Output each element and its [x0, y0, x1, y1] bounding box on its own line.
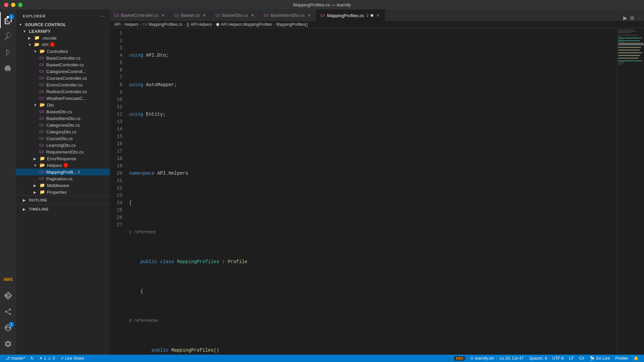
file-categoriesdto[interactable]: C# CategoriesDto.cs: [16, 122, 110, 128]
status-prettier[interactable]: Prettier: [612, 355, 631, 362]
controllers-chevron: ▼: [34, 50, 39, 53]
cs-icon-basecontroller: C#: [39, 55, 44, 61]
breadcrumb-method[interactable]: MappingProfiles(): [276, 22, 308, 27]
tab-label-basket: Basket.cs: [181, 13, 200, 18]
basketitemdto-label: BasketItemDto.cs: [46, 116, 80, 121]
folder-middleware[interactable]: ▶ 📁 Middleware: [16, 182, 110, 189]
properties-label: Properties: [47, 190, 67, 195]
breadcrumb-class[interactable]: API.Helpers.MappingProfiles: [221, 22, 272, 27]
folder-controllers[interactable]: ▼ 📂 Controllers: [16, 48, 110, 55]
status-position[interactable]: Ln 24, Col 47: [497, 355, 526, 362]
tab-close-mappingprofiles[interactable]: ✕: [375, 13, 381, 18]
activity-git[interactable]: [0, 288, 16, 304]
folder-api[interactable]: ▼ 📂 API !: [16, 41, 110, 48]
status-notifications[interactable]: 🔔: [631, 355, 641, 362]
file-basecontroller[interactable]: C# BaseController.cs: [16, 55, 110, 61]
file-coursedto[interactable]: C# CourseDto.cs: [16, 135, 110, 142]
breadcrumb-api[interactable]: API: [114, 22, 120, 27]
status-solution[interactable]: ⊙ learnify.sln: [468, 355, 496, 362]
dto-folder-icon: 📂: [40, 102, 45, 108]
file-pagination[interactable]: C# Pagination.cs: [16, 175, 110, 182]
timeline-header[interactable]: ▶ TIMELINE: [16, 206, 110, 212]
file-mappingprofiles[interactable]: C# MappingProfil... 2: [16, 169, 110, 175]
tab-close-basketcontroller[interactable]: ✕: [160, 13, 166, 18]
file-basketcontroller[interactable]: C# BasketController.cs: [16, 61, 110, 68]
status-spaces[interactable]: Spaces: 4: [526, 355, 549, 362]
maximize-button[interactable]: [18, 3, 22, 7]
breadcrumb-helpers[interactable]: Helpers: [124, 22, 138, 27]
status-language[interactable]: C#: [577, 355, 587, 362]
file-basketitemdto[interactable]: C# BasketItemDto.cs: [16, 115, 110, 122]
activity-settings[interactable]: [0, 336, 16, 352]
window-controls[interactable]: [4, 3, 22, 7]
file-categoriescontroller[interactable]: C# CategoriesControll...: [16, 68, 110, 75]
tab-mappingprofiles[interactable]: C# MappingProfiles.cs 2 ✕: [316, 9, 385, 21]
close-button[interactable]: [4, 3, 8, 7]
activity-extensions[interactable]: [0, 60, 16, 76]
status-golive[interactable]: 📡 Go Live: [587, 355, 612, 362]
file-weatherforecast[interactable]: C# WeatherForecastC...: [16, 95, 110, 102]
file-basketdto[interactable]: C# BasketDto.cs: [16, 108, 110, 115]
properties-chevron: ▶: [34, 190, 39, 194]
tab-basketdto[interactable]: C# BasketDto.cs ✕: [211, 9, 260, 21]
solution-icon: ⊙: [470, 356, 474, 361]
run-icon[interactable]: ▶: [623, 15, 627, 21]
activity-explorer[interactable]: 1: [0, 12, 16, 28]
dto-chevron: ▼: [34, 103, 39, 107]
breadcrumb-namespace[interactable]: API.Helpers: [191, 22, 212, 27]
source-control-header[interactable]: ▼ SOURCE CONTROL: [16, 21, 110, 28]
status-line-endings[interactable]: LF: [567, 355, 577, 362]
folder-dto[interactable]: ▼ 📂 Dto: [16, 102, 110, 108]
errorscontroller-label: ErrorsController.cs: [46, 82, 83, 87]
file-categorydto[interactable]: C# CategoryDto.cs: [16, 128, 110, 135]
status-encoding[interactable]: UTF-8: [550, 355, 567, 362]
folder-errorresponse[interactable]: ▶ 📁 ErrorResponse: [16, 155, 110, 162]
tab-basket[interactable]: C# Basket.cs ✕: [170, 9, 211, 21]
more-actions-icon[interactable]: ···: [637, 15, 641, 21]
activity-account[interactable]: 1: [0, 320, 16, 336]
tab-close-basketdto[interactable]: ✕: [250, 13, 255, 18]
status-sync[interactable]: ↻: [28, 355, 37, 362]
activity-bar: 1 AWS 1: [0, 9, 16, 355]
status-errors[interactable]: ✕ 1 ⚠ 0: [37, 355, 57, 362]
controllers-label: Controllers: [47, 49, 68, 54]
breadcrumb-sep-1: ›: [122, 22, 123, 27]
tab-bar-actions: ▶ ⊞ ···: [621, 15, 644, 21]
tab-icon-basketcontroller: C#: [114, 13, 119, 17]
status-branch[interactable]: ⎇ master*: [3, 355, 28, 362]
activity-aws[interactable]: AWS: [0, 272, 16, 288]
warning-icon: ⚠: [48, 356, 51, 361]
folder-properties[interactable]: ▶ 📁 Properties: [16, 189, 110, 195]
errorresponse-label: ErrorResponse: [47, 156, 76, 161]
liveshare-label: Live Share: [65, 356, 84, 361]
activity-live-share[interactable]: [0, 304, 16, 320]
tab-basketcontroller[interactable]: C# BasketController.cs ✕: [110, 9, 170, 21]
split-editor-icon[interactable]: ⊞: [630, 15, 634, 21]
file-coursescontroller[interactable]: C# CoursesController.cs: [16, 75, 110, 81]
minimize-button[interactable]: [11, 3, 15, 7]
file-errorscontroller[interactable]: C# ErrorsController.cs: [16, 81, 110, 88]
folder-helpers[interactable]: ▼ 📂 Helpers !: [16, 162, 110, 169]
outline-label: OUTLINE: [29, 198, 47, 202]
code-editor: 12345 678910 1112131415 1617181920 21222…: [110, 28, 644, 355]
status-aws[interactable]: AWS: [451, 355, 468, 362]
file-requirementdto[interactable]: C# RequirementDto.cs: [16, 148, 110, 155]
workspace-root[interactable]: ▼ LEARNIFY: [16, 28, 110, 35]
activity-run[interactable]: [0, 44, 16, 60]
workspace-label: LEARNIFY: [29, 29, 51, 34]
code-content[interactable]: using API.Dto; using AutoMapper; using E…: [128, 28, 617, 355]
tab-basketitemdto[interactable]: C# BasketItemDto.cs ✕: [260, 9, 316, 21]
section-source-control[interactable]: ▼ SOURCE CONTROL: [16, 21, 110, 28]
tab-icon-basket: C#: [174, 13, 179, 17]
tab-close-basket[interactable]: ✕: [202, 13, 207, 18]
sidebar-more-button[interactable]: ···: [99, 13, 106, 19]
outline-header[interactable]: ▶ OUTLINE: [16, 197, 110, 203]
folder-vscode[interactable]: ▶ 📁 .vscode: [16, 35, 110, 41]
tab-close-basketitemdto[interactable]: ✕: [307, 13, 312, 18]
status-liveshare[interactable]: ↗ Live Share: [58, 355, 87, 362]
file-learningdto[interactable]: C# LearningDto.cs: [16, 142, 110, 148]
cs-icon-coursescontroller: C#: [39, 75, 44, 81]
file-redirectcontroller[interactable]: C# RedirectController.cs: [16, 88, 110, 95]
breadcrumb-filename[interactable]: MappingProfiles.cs: [149, 22, 182, 27]
activity-search[interactable]: [0, 28, 16, 44]
